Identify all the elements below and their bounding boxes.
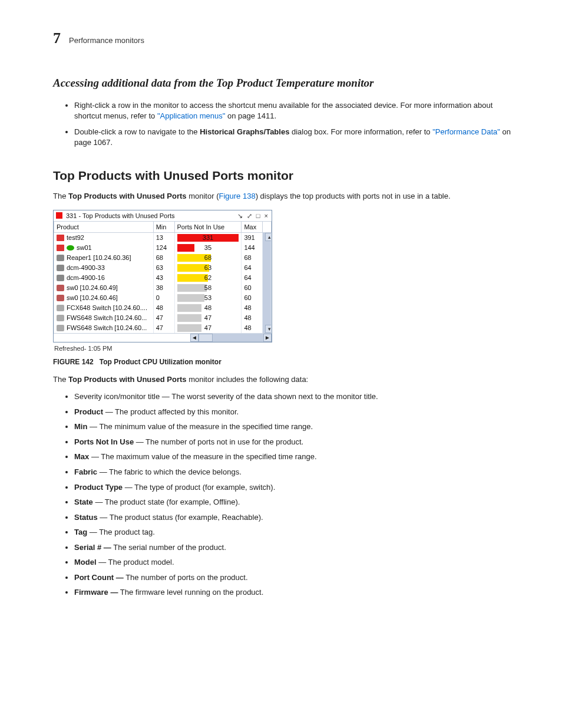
field-term: Product Type <box>74 483 123 492</box>
figure-number: FIGURE 142 <box>53 358 94 366</box>
list-item: Ports Not In Use — The number of ports n… <box>74 437 515 447</box>
horizontal-scrollbar[interactable]: ◄ ► <box>54 333 272 342</box>
ports-bar-cell: 63 <box>174 263 242 273</box>
ports-value: 58 <box>177 284 239 292</box>
table-row[interactable]: dcm-4900-16436264 <box>54 273 272 283</box>
monitor-title-text: 331 - Top Products with Unused Ports <box>66 212 174 219</box>
max-cell: 391 <box>242 232 263 243</box>
product-cell: FCX648 Switch [10.24.60.... <box>54 303 154 313</box>
device-icon <box>57 325 64 331</box>
max-cell: 68 <box>242 253 263 263</box>
field-desc: The firmware level running on the produc… <box>118 588 263 597</box>
product-cell: FWS648 Switch [10.24.60... <box>54 323 154 333</box>
scroll-left-icon[interactable]: ◄ <box>190 334 199 342</box>
field-desc: — The product state (for example, Offlin… <box>93 498 240 506</box>
table-row[interactable]: test9213331391▴ <box>54 232 272 243</box>
vertical-scrollbar[interactable] <box>263 253 272 263</box>
product-name: sw0 [10.24.60.49] <box>67 284 118 291</box>
figure-link[interactable]: Figure 138 <box>219 192 255 200</box>
monitor-panel: 331 - Top Products with Unused Ports ↘ ⤢… <box>53 210 272 342</box>
product-cell: sw01 <box>54 243 154 253</box>
scroll-up-icon[interactable]: ▴ <box>265 233 271 241</box>
list-item: Right-click a row in the monitor to acce… <box>74 100 515 121</box>
vertical-scrollbar[interactable] <box>263 283 272 293</box>
product-cell: dcm-4900-33 <box>54 263 154 273</box>
product-name: sw0 [10.24.60.46] <box>67 294 118 301</box>
table-row[interactable]: FCX648 Switch [10.24.60....484848 <box>54 303 272 313</box>
table-row[interactable]: sw0 [10.24.60.49]385860 <box>54 283 272 293</box>
vertical-scrollbar[interactable] <box>263 293 272 303</box>
product-cell: FWS648 Switch [10.24.60... <box>54 313 154 323</box>
text: The <box>53 192 68 200</box>
max-cell: 64 <box>242 263 263 273</box>
monitor-name-bold: Top Products with Unused Ports <box>68 192 187 200</box>
section-title: Top Products with Unused Ports monitor <box>53 169 515 183</box>
table-row[interactable]: FWS648 Switch [10.24.60...474748▾ <box>54 323 272 333</box>
figure-caption-text: Top Product CPU Utilization monitor <box>100 358 222 366</box>
text: monitor ( <box>187 192 219 200</box>
product-name: FWS648 Switch [10.24.60... <box>67 324 147 331</box>
data-field-list: Severity icon/monitor title — The worst … <box>53 391 515 598</box>
vertical-scrollbar[interactable]: ▾ <box>263 323 272 333</box>
vertical-scrollbar[interactable] <box>263 263 272 273</box>
field-desc: — The number of ports not in use for the… <box>134 437 303 446</box>
min-cell: 47 <box>153 313 174 323</box>
field-desc: — The minimum value of the measure in th… <box>87 422 313 431</box>
after-figure-para: The Top Products with Unused Ports monit… <box>53 374 515 385</box>
ports-bar-cell: 58 <box>174 283 242 293</box>
list-item: Tag — The product tag. <box>74 527 515 538</box>
section-intro: The Top Products with Unused Ports monit… <box>53 191 515 202</box>
product-name: Reaper1 [10.24.60.36] <box>67 254 131 261</box>
list-item: Product Type — The type of product (for … <box>74 482 515 493</box>
ports-value: 53 <box>177 294 239 302</box>
table-row[interactable]: sw0112435144 <box>54 243 272 253</box>
application-menus-link[interactable]: "Application menus" <box>157 111 225 120</box>
min-cell: 43 <box>153 273 174 283</box>
list-item: Max — The maximum value of the measure i… <box>74 452 515 462</box>
field-term: Product <box>74 407 103 416</box>
col-min[interactable]: Min <box>153 222 174 233</box>
ports-bar-cell: 35 <box>174 243 242 253</box>
vertical-scrollbar[interactable] <box>263 303 272 313</box>
field-term: Min <box>74 422 87 431</box>
list-item: Min — The minimum value of the measure i… <box>74 421 515 432</box>
ports-value: 48 <box>177 304 239 312</box>
ports-value: 47 <box>177 324 239 332</box>
vertical-scrollbar[interactable] <box>263 313 272 323</box>
field-term: Model <box>74 558 97 566</box>
field-desc: — The maximum value of the measure in th… <box>89 452 316 461</box>
table-row[interactable]: Reaper1 [10.24.60.36]686868 <box>54 253 272 263</box>
ports-bar-cell: 47 <box>174 323 242 333</box>
severity-icon <box>56 212 62 219</box>
scroll-down-icon[interactable]: ▾ <box>265 325 271 333</box>
vertical-scrollbar[interactable]: ▴ <box>263 232 272 243</box>
list-item: Fabric — The fabric to which the device … <box>74 467 515 477</box>
window-controls[interactable]: ↘ ⤢ □ × <box>237 212 269 220</box>
monitor-table: Product Min Ports Not In Use Max test921… <box>54 222 272 333</box>
performance-data-link[interactable]: "Performance Data" <box>432 127 500 136</box>
product-name: dcm-4900-16 <box>67 274 105 281</box>
table-row[interactable]: dcm-4900-33636364 <box>54 263 272 273</box>
col-product[interactable]: Product <box>54 222 154 233</box>
field-term: Ports Not In Use <box>74 437 134 446</box>
figure-caption: FIGURE 142 Top Product CPU Utilization m… <box>53 358 515 366</box>
vertical-scrollbar[interactable] <box>263 273 272 283</box>
table-row[interactable]: FWS648 Switch [10.24.60...474748 <box>54 313 272 323</box>
min-cell: 13 <box>153 232 174 243</box>
min-cell: 48 <box>153 303 174 313</box>
max-cell: 64 <box>242 273 263 283</box>
vertical-scrollbar[interactable] <box>263 243 272 253</box>
scroll-thumb[interactable] <box>199 334 213 342</box>
scroll-right-icon[interactable]: ► <box>263 334 272 342</box>
min-cell: 47 <box>153 323 174 333</box>
list-item: Serial # — The serial number of the prod… <box>74 542 515 553</box>
chapter-number: 7 <box>53 29 61 47</box>
field-term: Fabric <box>74 467 97 476</box>
min-cell: 124 <box>153 243 174 253</box>
product-name: dcm-4900-33 <box>67 264 105 271</box>
min-cell: 38 <box>153 283 174 293</box>
field-desc: — The product model. <box>97 558 174 566</box>
col-max[interactable]: Max <box>242 222 263 233</box>
table-row[interactable]: sw0 [10.24.60.46]05360 <box>54 293 272 303</box>
col-ports[interactable]: Ports Not In Use <box>174 222 242 233</box>
